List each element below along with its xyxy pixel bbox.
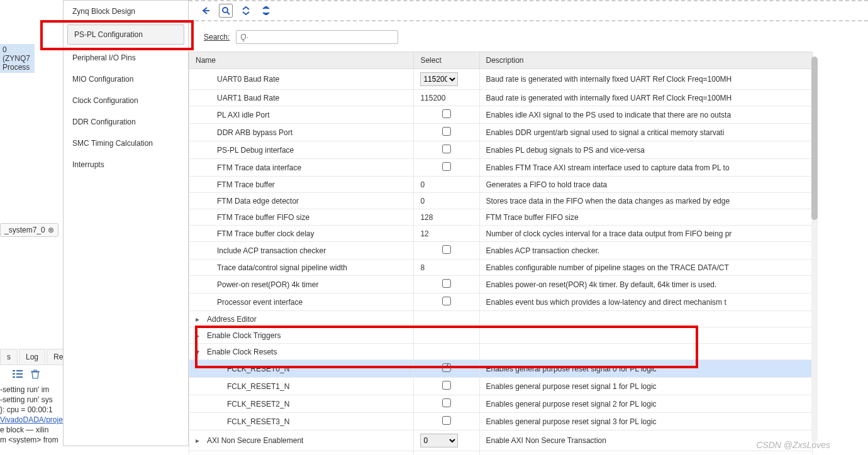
- checkbox[interactable]: [442, 416, 451, 425]
- select-cell[interactable]: 8: [414, 260, 479, 276]
- row-name: FCLK_RESET1_N: [227, 382, 289, 391]
- row-name: FTM Data edge detector: [217, 197, 299, 206]
- collapse-icon[interactable]: [239, 4, 253, 18]
- checkbox[interactable]: [442, 381, 451, 390]
- description-cell: Enables event bus which provides a low-l…: [479, 293, 812, 311]
- table-row[interactable]: FTM Trace data interfaceEnables FTM Trac…: [189, 159, 813, 177]
- row-name: FTM Trace buffer clock delay: [217, 229, 314, 238]
- svg-rect-0: [13, 370, 15, 371]
- checkbox[interactable]: [442, 398, 451, 407]
- table-row[interactable]: ▸AXI Non Secure Enablement0Enable AXI No…: [189, 430, 813, 451]
- checkbox[interactable]: [442, 162, 451, 171]
- row-name: FTM Trace data interface: [217, 163, 301, 172]
- svg-rect-1: [16, 370, 23, 371]
- description-cell: Enables general purpose reset signal 3 f…: [479, 413, 812, 430]
- sidebar-item[interactable]: SMC Timing Calculation: [64, 133, 188, 154]
- table-row[interactable]: FTM Trace buffer clock delay12Number of …: [189, 226, 813, 242]
- select-cell[interactable]: [414, 378, 479, 395]
- table-row[interactable]: UART1 Baud Rate115200Baud rate is genera…: [189, 90, 813, 106]
- select-dropdown[interactable]: 115200: [420, 72, 458, 86]
- chevron-right-icon[interactable]: ▸: [196, 315, 203, 324]
- table-row[interactable]: Power-on reset(POR) 4k timerEnables powe…: [189, 276, 813, 293]
- bottom-tab[interactable]: Repo: [47, 349, 63, 365]
- search-input[interactable]: [236, 30, 398, 44]
- sidebar-item[interactable]: DDR Configuration: [64, 111, 188, 133]
- close-icon[interactable]: ⊗: [48, 226, 54, 234]
- sidebar-item[interactable]: Clock Configuration: [64, 90, 188, 111]
- console-line: -setting run' sys: [0, 395, 63, 405]
- back-icon[interactable]: [199, 4, 213, 18]
- row-name: FTM Trace buffer: [217, 180, 275, 189]
- bottom-tabs: sLogRepo: [0, 349, 63, 365]
- bottom-tab[interactable]: s: [0, 349, 18, 365]
- select-cell[interactable]: [414, 395, 479, 413]
- select-cell[interactable]: [414, 276, 479, 293]
- description-cell: Generates a FIFO to hold trace data: [479, 177, 812, 193]
- checkbox[interactable]: [442, 109, 451, 118]
- zynq-process-label[interactable]: 0 (ZYNQ7 Process: [0, 44, 35, 73]
- table-row[interactable]: DDR ARB bypass PortEnables DDR urgent/ar…: [189, 124, 813, 141]
- table-row[interactable]: PS-PL Debug interfaceEnables PL debug si…: [189, 141, 813, 159]
- checkbox[interactable]: [442, 145, 451, 153]
- select-cell[interactable]: 115200: [414, 69, 479, 90]
- select-cell[interactable]: [414, 242, 479, 260]
- bottom-tab[interactable]: Log: [19, 349, 45, 365]
- highlight-clock-resets: [195, 326, 698, 368]
- table-row[interactable]: Include ACP transaction checker Enables …: [189, 242, 813, 260]
- table-row[interactable]: FCLK_RESET3_NEnables general purpose res…: [189, 413, 813, 430]
- console-line: VivadoDADA/proje: [0, 415, 63, 425]
- console-output: -setting run' im-setting run' sys}: cpu …: [0, 385, 63, 445]
- select-cell[interactable]: [414, 159, 479, 177]
- select-cell: [414, 451, 479, 456]
- table-row[interactable]: FTM Data edge detector0Stores trace data…: [189, 193, 813, 209]
- select-cell[interactable]: [414, 106, 479, 124]
- checkbox[interactable]: [442, 127, 451, 136]
- table-header: Name: [189, 52, 414, 69]
- table-header: Select: [414, 52, 479, 69]
- checkbox[interactable]: [442, 297, 451, 305]
- table-row[interactable]: FCLK_RESET1_NEnables general purpose res…: [189, 378, 813, 395]
- select-cell[interactable]: 0: [414, 193, 479, 209]
- select-cell[interactable]: 128: [414, 209, 479, 226]
- config-table: NameSelectDescription UART0 Baud Rate115…: [189, 52, 813, 455]
- description-cell: Enables general purpose reset signal 2 f…: [479, 395, 812, 413]
- table-row[interactable]: PL AXI idle PortEnables idle AXI signal …: [189, 106, 813, 124]
- row-name: PS-PL Debug interface: [217, 146, 294, 155]
- list-icon[interactable]: [13, 370, 23, 378]
- system-tag[interactable]: _system7_0 ⊗: [0, 223, 58, 237]
- table-row[interactable]: ▸GP Slave AXI Interface: [189, 451, 813, 456]
- checkbox[interactable]: [442, 279, 451, 288]
- table-row[interactable]: FTM Trace buffer0Generates a FIFO to hol…: [189, 177, 813, 193]
- trash-icon[interactable]: [30, 370, 40, 378]
- select-cell[interactable]: [414, 141, 479, 159]
- table-row[interactable]: Trace data/control signal pipeline width…: [189, 260, 813, 276]
- select-cell[interactable]: 12: [414, 226, 479, 242]
- description-cell: Enables PL debug signals to PS and vice-…: [479, 141, 812, 159]
- table-row[interactable]: Processor event interfaceEnables event b…: [189, 293, 813, 311]
- select-cell[interactable]: [414, 124, 479, 141]
- row-name: FTM Trace buffer FIFO size: [217, 213, 309, 222]
- sidebar-item[interactable]: MIO Configuration: [64, 69, 188, 90]
- vertical-scrollbar[interactable]: [811, 57, 818, 442]
- table-row[interactable]: ▸Address Editor: [189, 311, 813, 327]
- select-cell[interactable]: [414, 293, 479, 311]
- expand-icon[interactable]: [259, 4, 273, 18]
- table-row[interactable]: UART0 Baud Rate115200Baud rate is genera…: [189, 69, 813, 90]
- table-row[interactable]: FCLK_RESET2_NEnables general purpose res…: [189, 395, 813, 413]
- table-row[interactable]: FTM Trace buffer FIFO size128FTM Trace b…: [189, 209, 813, 226]
- sidebar-item[interactable]: Interrupts: [64, 154, 188, 175]
- checkbox[interactable]: [442, 245, 451, 254]
- select-dropdown[interactable]: 0: [420, 434, 458, 447]
- scrollbar-thumb[interactable]: [811, 57, 818, 220]
- select-cell[interactable]: 0: [414, 177, 479, 193]
- search-icon[interactable]: [219, 4, 233, 18]
- select-cell[interactable]: 0: [414, 430, 479, 451]
- row-name: Address Editor: [207, 315, 257, 324]
- svg-rect-4: [13, 376, 15, 378]
- sidebar-item[interactable]: Zynq Block Design: [64, 1, 188, 22]
- sidebar-item[interactable]: Peripheral I/O Pins: [64, 47, 188, 69]
- select-cell[interactable]: 115200: [414, 90, 479, 106]
- row-name: FCLK_RESET3_N: [227, 417, 289, 426]
- chevron-right-icon[interactable]: ▸: [196, 436, 203, 445]
- select-cell[interactable]: [414, 413, 479, 430]
